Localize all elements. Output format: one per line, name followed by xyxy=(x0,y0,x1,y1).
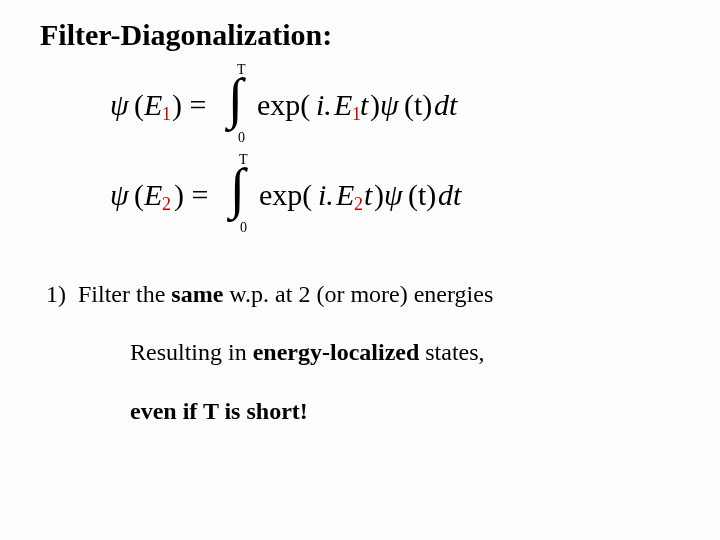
equation-1: ψ ( E 1 ) = T ∫ 0 exp( i. E 1 t ) ψ (t) … xyxy=(110,58,680,148)
t-paren: (t) xyxy=(408,178,436,212)
integral-sign: ∫ xyxy=(230,160,245,216)
line1-a: Filter the xyxy=(78,281,171,307)
slide-title: Filter-Diagonalization: xyxy=(40,18,680,52)
t-paren: (t) xyxy=(404,88,432,122)
line1-same: same xyxy=(171,281,223,307)
close-paren: ) xyxy=(374,178,384,212)
E-symbol: E xyxy=(144,178,162,212)
E-symbol: E xyxy=(144,88,162,122)
exp-open: exp( xyxy=(259,178,312,212)
subscript-1: 1 xyxy=(162,104,171,125)
integral-sign: ∫ xyxy=(228,70,243,126)
line-3: even if T is short! xyxy=(130,395,680,427)
lparen: ( xyxy=(134,88,144,122)
close-paren: ) xyxy=(370,88,380,122)
line2-b: energy-localized xyxy=(253,339,420,365)
psi-symbol: ψ xyxy=(110,88,129,122)
bullet-1: 1) Filter the same w.p. at 2 (or more) e… xyxy=(46,278,680,310)
exp-open: exp( xyxy=(257,88,310,122)
psi-symbol-2: ψ xyxy=(380,88,399,122)
equation-2: ψ ( E 2 ) = T ∫ 0 exp( i. E 2 t ) ψ (t) … xyxy=(110,148,680,238)
equation-block: ψ ( E 1 ) = T ∫ 0 exp( i. E 1 t ) ψ (t) … xyxy=(110,58,680,238)
subscript-2b: 2 xyxy=(354,194,363,215)
t-symbol: t xyxy=(364,178,372,212)
i-dot: i. xyxy=(318,178,334,212)
psi-symbol-2: ψ xyxy=(384,178,403,212)
lparen: ( xyxy=(134,178,144,212)
dt: dt xyxy=(434,88,457,122)
line2-a: Resulting in xyxy=(130,339,253,365)
t-symbol: t xyxy=(360,88,368,122)
rparen-eq: ) = xyxy=(174,178,208,212)
psi-symbol: ψ xyxy=(110,178,129,212)
subscript-2: 2 xyxy=(162,194,171,215)
rparen-eq: ) = xyxy=(172,88,206,122)
line-2: Resulting in energy-localized states, xyxy=(130,336,680,368)
line2-c: states, xyxy=(419,339,484,365)
i-dot: i. xyxy=(316,88,332,122)
lower-limit: 0 xyxy=(238,130,245,146)
dt: dt xyxy=(438,178,461,212)
bullet-number: 1) xyxy=(46,281,66,307)
E-symbol-2: E xyxy=(334,88,352,122)
body-text: 1) Filter the same w.p. at 2 (or more) e… xyxy=(40,278,680,427)
lower-limit: 0 xyxy=(240,220,247,236)
E-symbol-2: E xyxy=(336,178,354,212)
line1-c: w.p. at 2 (or more) energies xyxy=(223,281,493,307)
